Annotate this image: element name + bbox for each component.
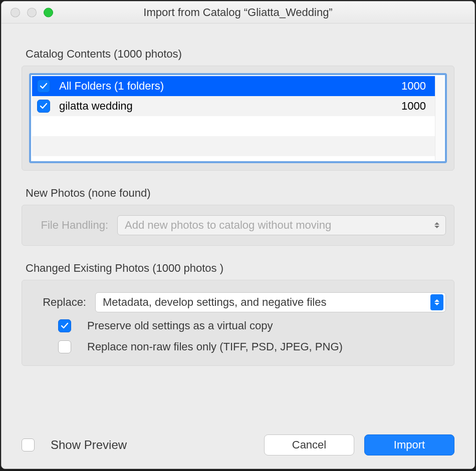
show-preview-label: Show Preview — [51, 438, 127, 452]
show-preview-checkbox[interactable] — [22, 438, 35, 451]
replace-nonraw-row[interactable]: Replace non-raw files only (TIFF, PSD, J… — [30, 336, 446, 357]
preserve-label: Preserve old settings as a virtual copy — [87, 319, 273, 332]
dialog-footer: Show Preview Cancel Import — [22, 419, 454, 455]
scrollbar[interactable] — [435, 76, 444, 160]
new-photos-label: New Photos (none found) — [26, 187, 454, 200]
new-photos-panel: File Handling: Add new photos to catalog… — [22, 205, 454, 246]
preserve-checkbox[interactable] — [58, 319, 71, 332]
updown-stepper-icon[interactable] — [430, 294, 443, 310]
replace-value: Metadata, develop settings, and negative… — [103, 296, 326, 309]
folder-name: All Folders (1 folders) — [59, 80, 164, 93]
window-title: Import from Catalog “Gliatta_Wedding” — [143, 6, 332, 19]
folder-name: gilatta wedding — [59, 100, 133, 113]
minimize-window-button[interactable] — [27, 8, 37, 17]
nonraw-checkbox[interactable] — [58, 340, 71, 353]
folder-checkbox[interactable] — [37, 80, 50, 93]
cancel-button[interactable]: Cancel — [264, 434, 354, 455]
list-item[interactable]: gilatta wedding 1000 — [32, 96, 435, 116]
import-dialog: Import from Catalog “Gliatta_Wedding” Ca… — [1, 1, 475, 469]
show-preview-row[interactable]: Show Preview — [22, 438, 127, 452]
folder-listbox[interactable]: All Folders (1 folders) 1000 gilatta wed… — [29, 73, 447, 163]
list-item-empty — [32, 136, 435, 156]
titlebar[interactable]: Import from Catalog “Gliatta_Wedding” — [2, 2, 474, 24]
folder-count: 1000 — [401, 100, 426, 113]
folder-checkbox[interactable] — [37, 100, 50, 113]
traffic-lights — [11, 8, 53, 17]
nonraw-label: Replace non-raw files only (TIFF, PSD, J… — [87, 340, 343, 353]
changed-photos-label: Changed Existing Photos (1000 photos ) — [26, 262, 454, 275]
maximize-window-button[interactable] — [44, 8, 53, 17]
preserve-old-settings-row[interactable]: Preserve old settings as a virtual copy — [30, 315, 446, 336]
file-handling-value: Add new photos to catalog without moving — [125, 219, 331, 232]
close-window-button[interactable] — [11, 8, 20, 17]
replace-label: Replace: — [30, 296, 90, 309]
import-button[interactable]: Import — [364, 434, 454, 455]
catalog-contents-label: Catalog Contents (1000 photos) — [26, 48, 454, 61]
replace-select[interactable]: Metadata, develop settings, and negative… — [95, 292, 446, 312]
list-item-empty — [32, 116, 435, 136]
list-item[interactable]: All Folders (1 folders) 1000 — [32, 76, 435, 96]
dialog-content: Catalog Contents (1000 photos) All Folde… — [2, 24, 474, 468]
catalog-contents-panel: All Folders (1 folders) 1000 gilatta wed… — [22, 66, 454, 171]
changed-photos-panel: Replace: Metadata, develop settings, and… — [22, 280, 454, 366]
folder-count: 1000 — [401, 80, 426, 93]
file-handling-label: File Handling: — [30, 219, 112, 232]
updown-stepper-icon — [430, 217, 443, 233]
file-handling-select: Add new photos to catalog without moving — [117, 215, 446, 235]
